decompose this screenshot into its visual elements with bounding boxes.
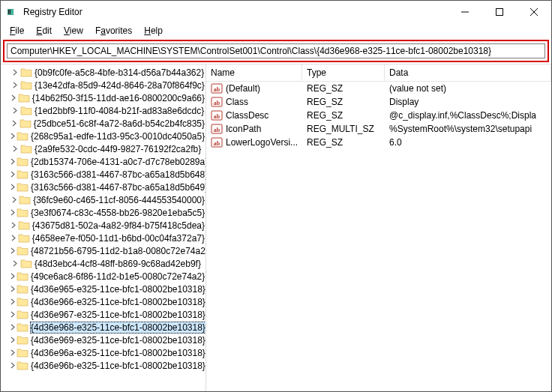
- col-type[interactable]: Type: [302, 64, 385, 82]
- tree-item[interactable]: {0b9fc0fe-a5c8-4bfe-b314-d56a7b44a362}: [1, 66, 206, 79]
- chevron-right-icon[interactable]: [10, 233, 18, 244]
- chevron-right-icon[interactable]: [10, 106, 20, 116]
- tree-item[interactable]: {14b62f50-3f15-11dd-ae16-0800200c9a66}: [1, 91, 206, 104]
- value-name: ClassDesc: [226, 110, 268, 121]
- tree-item[interactable]: {1ed2bbf9-11f0-4084-b21f-ad83a8e6dcdc}: [1, 104, 206, 117]
- titlebar: Registry Editor: [1, 1, 551, 23]
- chevron-right-icon[interactable]: [10, 93, 18, 103]
- minimize-button[interactable]: [448, 1, 482, 23]
- close-button[interactable]: [517, 1, 551, 23]
- folder-icon: [16, 309, 28, 321]
- tree-item-label: {3e3f0674-c83c-4558-bb26-9820e1eba5c5}: [30, 208, 206, 218]
- tree-item[interactable]: {13e42dfa-85d9-424d-8646-28a70f864f9c}: [1, 79, 206, 91]
- tree-item[interactable]: {48d3ebc4-4cf8-48ff-b869-9c68ad42eb9f}: [1, 257, 206, 270]
- tree-item[interactable]: {4d36e965-e325-11ce-bfc1-08002be10318}: [1, 283, 206, 295]
- tree-item[interactable]: {3163c566-d381-4467-87bc-a65a18d5b648}: [1, 168, 206, 181]
- value-row[interactable]: abIconPathREG_MULTI_SZ%SystemRoot%\syste…: [206, 122, 551, 136]
- chevron-right-icon[interactable]: [10, 348, 16, 358]
- tree-item-label: {0b9fc0fe-a5c8-4bfe-b314-d56a7b44a362}: [34, 67, 205, 78]
- chevron-right-icon[interactable]: [10, 169, 16, 180]
- tree-item-label: {2db15374-706e-4131-a0c7-d7c78eb0289a}: [30, 157, 206, 167]
- menu-view[interactable]: View: [58, 24, 89, 37]
- chevron-right-icon[interactable]: [10, 259, 20, 269]
- chevron-right-icon[interactable]: [10, 284, 16, 295]
- value-row[interactable]: abClassDescREG_SZ@c_display.inf,%ClassDe…: [206, 109, 551, 122]
- folder-icon: [16, 207, 28, 219]
- chevron-right-icon[interactable]: [10, 322, 16, 333]
- chevron-right-icon[interactable]: [10, 246, 16, 256]
- tree-item[interactable]: {36fc9e60-c465-11cf-8056-444553540000}: [1, 193, 206, 206]
- tree-item-label: {4d36e965-e325-11ce-bfc1-08002be10318}: [30, 284, 206, 295]
- chevron-right-icon[interactable]: [10, 118, 20, 129]
- col-data[interactable]: Data: [385, 64, 551, 82]
- menu-file[interactable]: File: [4, 24, 30, 37]
- folder-icon: [20, 258, 32, 270]
- folder-icon: [20, 118, 32, 130]
- tree-item[interactable]: {4d36e96b-e325-11ce-bfc1-08002be10318}: [1, 359, 206, 372]
- folder-icon: [16, 296, 28, 308]
- chevron-right-icon[interactable]: [10, 67, 20, 78]
- tree-item-label: {4d36e96b-e325-11ce-bfc1-08002be10318}: [30, 361, 206, 371]
- folder-icon: [19, 194, 31, 206]
- tree-item[interactable]: {25dbce51-6c8f-4a72-8a6d-b54c2b4fc835}: [1, 117, 206, 130]
- svg-text:ab: ab: [214, 140, 220, 147]
- value-name: (Default): [226, 83, 260, 94]
- value-type: REG_SZ: [302, 110, 385, 121]
- tree-item[interactable]: {49ce6ac8-6f86-11d2-b1e5-0080c72e74a2}: [1, 270, 206, 283]
- tree-item-label: {13e42dfa-85d9-424d-8646-28a70f864f9c}: [34, 80, 206, 91]
- tree-item[interactable]: {3163c566-d381-4467-87bc-a65a18d5b649}: [1, 181, 206, 193]
- value-row[interactable]: abLowerLogoVersi...REG_SZ6.0: [206, 136, 551, 149]
- tree-item[interactable]: {4d36e969-e325-11ce-bfc1-08002be10318}: [1, 334, 206, 346]
- tree-item-label: {1ed2bbf9-11f0-4084-b21f-ad83a8e6dcdc}: [34, 106, 205, 116]
- value-name: Class: [226, 97, 248, 107]
- tree-item-label: {4d36e966-e325-11ce-bfc1-08002be10318}: [30, 297, 206, 307]
- tree-item[interactable]: {4d36e966-e325-11ce-bfc1-08002be10318}: [1, 295, 206, 308]
- tree-item-label: {49ce6ac8-6f86-11d2-b1e5-0080c72e74a2}: [30, 271, 206, 282]
- chevron-right-icon[interactable]: [10, 208, 16, 218]
- tree-item[interactable]: {4d36e968-e325-11ce-bfc1-08002be10318}: [1, 321, 206, 334]
- folder-icon: [18, 220, 30, 232]
- tree-item[interactable]: {3e3f0674-c83c-4558-bb26-9820e1eba5c5}: [1, 206, 206, 219]
- tree-item[interactable]: {268c95a1-edfe-11d3-95c3-0010dc4050a5}: [1, 130, 206, 142]
- folder-icon: [16, 271, 28, 283]
- tree-item[interactable]: {2db15374-706e-4131-a0c7-d7c78eb0289a}: [1, 155, 206, 168]
- svg-text:ab: ab: [214, 86, 220, 93]
- values-pane[interactable]: Name Type Data ab(Default)REG_SZ(value n…: [206, 64, 551, 391]
- chevron-right-icon[interactable]: [10, 297, 16, 307]
- chevron-right-icon[interactable]: [10, 144, 20, 154]
- list-header: Name Type Data: [206, 64, 551, 82]
- menubar: File Edit View Favorites Help: [1, 23, 551, 38]
- chevron-right-icon[interactable]: [10, 195, 19, 205]
- maximize-button[interactable]: [482, 1, 517, 23]
- folder-icon: [18, 232, 30, 244]
- menu-edit[interactable]: Edit: [30, 24, 58, 37]
- menu-favorites[interactable]: Favorites: [89, 24, 138, 37]
- tree-item[interactable]: {43675d81-502a-4a82-9f84-b75f418c5dea}: [1, 219, 206, 232]
- tree-item[interactable]: {4d36e96a-e325-11ce-bfc1-08002be10318}: [1, 346, 206, 359]
- chevron-right-icon[interactable]: [10, 361, 16, 371]
- folder-icon: [16, 169, 28, 181]
- address-bar[interactable]: Computer\HKEY_LOCAL_MACHINE\SYSTEM\Contr…: [7, 43, 545, 58]
- chevron-right-icon[interactable]: [10, 182, 16, 193]
- folder-icon: [16, 245, 28, 257]
- tree-item[interactable]: {4d36e967-e325-11ce-bfc1-08002be10318}: [1, 308, 206, 321]
- string-value-icon: ab: [211, 136, 223, 148]
- folder-icon: [16, 334, 28, 346]
- chevron-right-icon[interactable]: [10, 310, 16, 320]
- chevron-right-icon[interactable]: [10, 157, 16, 167]
- value-name: LowerLogoVersi...: [226, 137, 298, 148]
- menu-help[interactable]: Help: [138, 24, 169, 37]
- tree-item[interactable]: {48721b56-6795-11d2-b1a8-0080c72e74a2}: [1, 244, 206, 257]
- chevron-right-icon[interactable]: [10, 80, 20, 91]
- value-row[interactable]: ab(Default)REG_SZ(value not set): [206, 82, 551, 95]
- value-row[interactable]: abClassREG_SZDisplay: [206, 95, 551, 109]
- tree-item[interactable]: {4658ee7e-f050-11d1-b6bd-00c04fa372a7}: [1, 232, 206, 244]
- chevron-right-icon[interactable]: [10, 271, 16, 282]
- chevron-right-icon[interactable]: [10, 131, 16, 142]
- window: Registry Editor File Edit View Favorites…: [0, 0, 552, 392]
- chevron-right-icon[interactable]: [10, 220, 18, 231]
- tree-item[interactable]: {2a9fe532-0cdc-44f9-9827-76192f2ca2fb}: [1, 142, 206, 155]
- col-name[interactable]: Name: [206, 64, 302, 82]
- tree-pane[interactable]: {0b9fc0fe-a5c8-4bfe-b314-d56a7b44a362}{1…: [1, 64, 206, 391]
- chevron-right-icon[interactable]: [10, 335, 16, 346]
